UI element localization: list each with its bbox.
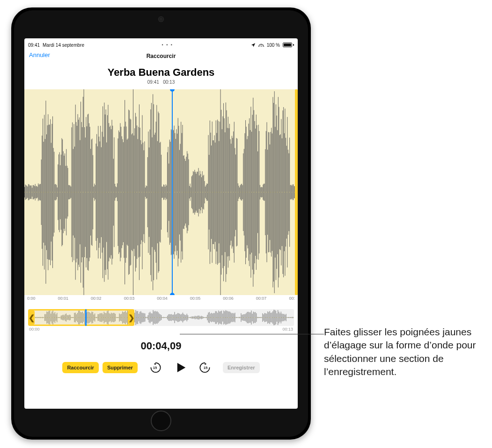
svg-rect-138 (129, 110, 130, 274)
playhead[interactable] (172, 89, 173, 295)
svg-rect-141 (132, 134, 132, 250)
svg-rect-552 (223, 311, 224, 325)
ruler-tick: 00:05 (190, 296, 201, 301)
svg-rect-338 (281, 119, 281, 266)
svg-rect-616 (289, 317, 289, 318)
svg-rect-295 (249, 123, 249, 260)
trim-selection[interactable]: ❮ ❯ (28, 309, 134, 326)
save-button[interactable]: Enregistrer (223, 362, 260, 373)
svg-rect-270 (229, 124, 230, 260)
svg-rect-573 (245, 314, 245, 321)
svg-rect-283 (239, 188, 240, 197)
svg-rect-325 (271, 128, 272, 256)
svg-rect-48 (61, 155, 61, 230)
svg-rect-527 (198, 316, 198, 319)
svg-rect-20 (39, 184, 40, 200)
svg-rect-511 (182, 314, 182, 321)
svg-rect-564 (235, 317, 236, 318)
svg-rect-520 (191, 317, 191, 318)
svg-rect-95 (96, 134, 97, 251)
svg-rect-132 (125, 100, 125, 284)
svg-rect-23 (42, 136, 42, 249)
svg-rect-341 (283, 107, 284, 277)
recording-duration: 00:13 (163, 79, 175, 85)
svg-rect-292 (246, 127, 247, 258)
svg-rect-610 (283, 314, 283, 321)
svg-rect-246 (211, 145, 212, 239)
trim-edge-right[interactable] (295, 89, 298, 295)
svg-rect-605 (278, 310, 278, 325)
svg-rect-248 (213, 140, 213, 244)
svg-rect-181 (162, 187, 162, 198)
svg-rect-107 (106, 109, 106, 275)
location-arrow-icon (251, 43, 256, 47)
skip-back-15-button[interactable]: 15 (147, 360, 163, 376)
svg-rect-344 (286, 138, 286, 247)
delete-button[interactable]: Supprimer (103, 362, 138, 373)
svg-rect-150 (138, 127, 139, 257)
svg-rect-159 (145, 188, 146, 197)
svg-rect-205 (180, 144, 181, 241)
battery-percent: 100 % (267, 43, 280, 48)
svg-rect-113 (110, 126, 110, 259)
svg-rect-57 (67, 168, 68, 217)
svg-rect-51 (63, 151, 64, 233)
svg-rect-171 (154, 135, 154, 250)
nav-title: Raccourcir (147, 53, 176, 59)
waveform-overview[interactable]: ❮ ❯ (28, 309, 294, 326)
svg-rect-32 (49, 125, 49, 260)
ruler-tick: 00:07 (256, 296, 267, 301)
play-button[interactable] (172, 360, 188, 376)
trim-button[interactable]: Raccourcir (62, 362, 98, 373)
skip-forward-15-button[interactable]: 15 (198, 360, 213, 376)
svg-rect-91 (94, 187, 94, 198)
svg-rect-261 (222, 116, 223, 268)
svg-rect-60 (70, 186, 70, 199)
svg-rect-177 (159, 113, 159, 271)
waveform-main[interactable] (24, 89, 298, 295)
svg-rect-518 (189, 317, 189, 318)
svg-rect-548 (220, 311, 220, 323)
svg-rect-64 (73, 149, 73, 236)
svg-rect-218 (190, 184, 191, 201)
svg-rect-184 (164, 185, 164, 200)
svg-rect-125 (119, 132, 120, 252)
svg-rect-140 (131, 120, 131, 265)
svg-rect-172 (155, 133, 155, 252)
cancel-button[interactable]: Annuler (29, 51, 50, 58)
svg-rect-481 (151, 313, 151, 322)
svg-rect-245 (210, 133, 211, 252)
home-button[interactable] (151, 411, 171, 431)
svg-rect-27 (45, 139, 45, 246)
svg-rect-215 (188, 154, 188, 231)
svg-rect-116 (112, 126, 113, 259)
svg-rect-54 (66, 166, 66, 219)
svg-rect-230 (199, 175, 199, 209)
svg-rect-470 (140, 312, 140, 324)
svg-rect-486 (156, 311, 156, 324)
svg-rect-193 (171, 130, 171, 255)
svg-rect-335 (279, 107, 279, 278)
svg-rect-474 (144, 313, 144, 322)
svg-rect-73 (80, 140, 80, 245)
svg-rect-286 (242, 184, 242, 201)
svg-rect-69 (77, 126, 77, 259)
svg-rect-190 (169, 164, 169, 221)
trim-handle-right[interactable]: ❯ (128, 311, 134, 325)
multitask-dots-icon[interactable]: • • • (162, 43, 173, 47)
svg-rect-208 (182, 125, 183, 260)
svg-rect-525 (196, 316, 196, 318)
svg-rect-100 (100, 126, 101, 259)
battery-icon (283, 43, 294, 47)
svg-rect-347 (288, 150, 288, 235)
svg-rect-495 (165, 317, 166, 318)
svg-rect-30 (47, 125, 48, 259)
overview-playhead[interactable] (85, 309, 87, 326)
svg-rect-350 (290, 185, 291, 199)
svg-rect-559 (231, 312, 231, 322)
trim-handle-left[interactable]: ❮ (28, 311, 35, 325)
svg-rect-619 (292, 317, 293, 318)
svg-rect-472 (141, 313, 142, 323)
svg-rect-329 (274, 91, 275, 293)
svg-rect-202 (178, 118, 178, 266)
